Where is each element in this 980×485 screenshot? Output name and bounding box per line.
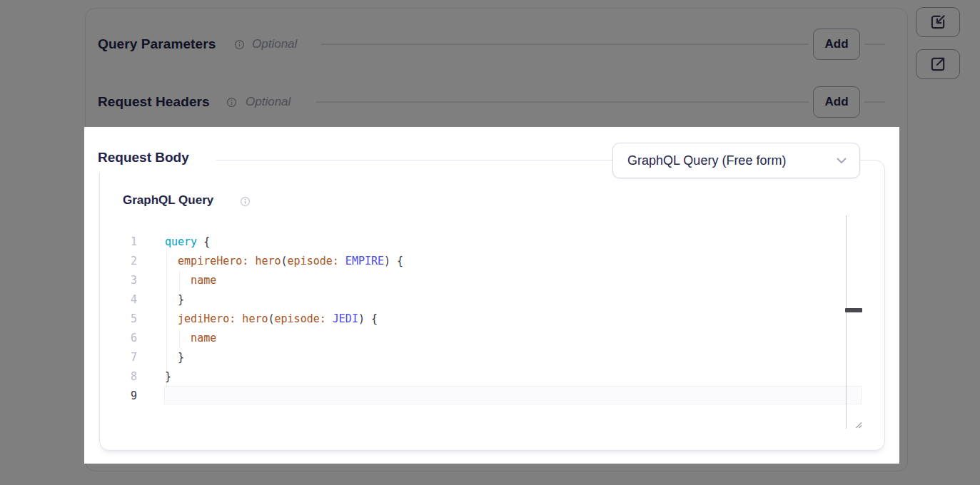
line-number: 5 [113, 310, 137, 329]
token-field: name [165, 332, 216, 344]
line-number: 8 [113, 367, 137, 387]
code-line: query { [165, 233, 403, 252]
token-field: empireHero: hero [165, 255, 281, 267]
line-number: 2 [113, 252, 137, 271]
request-body-title: Request Body [98, 150, 189, 165]
token-punct: } [165, 351, 184, 364]
line-number: 3 [113, 271, 137, 290]
line-number: 6 [113, 329, 137, 348]
code-line: empireHero: hero(episode: EMPIRE) { [165, 252, 403, 271]
graphql-query-label: GraphQL Query [123, 193, 213, 208]
token-keyword: query [165, 235, 197, 248]
line-number: 1 [113, 233, 137, 252]
token-punct: ) { [358, 312, 378, 325]
chevron-down-icon [837, 158, 847, 164]
dim-overlay-top [0, 0, 980, 127]
token-punct: ( [268, 312, 275, 325]
code-line: } [165, 290, 403, 310]
dim-overlay-right [899, 127, 980, 464]
token-field: name [165, 274, 216, 287]
editor-scrollbar-track [846, 215, 847, 429]
code-line [165, 387, 403, 406]
token-enum: EMPIRE [339, 255, 384, 267]
resize-grip-icon[interactable] [854, 420, 862, 429]
graphql-query-editor[interactable]: 123456789 query { empireHero: hero(episo… [113, 215, 862, 429]
editor-code-lines: query { empireHero: hero(episode: EMPIRE… [165, 233, 403, 406]
token-punct: } [165, 370, 171, 383]
code-line: name [165, 329, 403, 348]
body-type-selected-value: GraphQL Query (Free form) [627, 153, 786, 168]
token-punct: } [165, 293, 184, 306]
token-punct: ) { [384, 255, 403, 267]
token-field: jediHero: hero [165, 312, 268, 325]
code-line: jediHero: hero(episode: JEDI) { [165, 310, 403, 329]
info-circle-icon[interactable] [240, 196, 251, 207]
dim-overlay-left [0, 127, 84, 464]
code-line: name [165, 271, 403, 290]
token-enum: JEDI [326, 312, 358, 325]
token-field: episode: [288, 255, 339, 267]
line-number: 7 [113, 348, 137, 367]
token-punct: { [197, 235, 210, 248]
dim-overlay-bottom [0, 464, 980, 485]
token-punct: ( [281, 255, 288, 267]
line-number: 9 [113, 387, 137, 406]
line-number: 4 [113, 290, 137, 310]
token-field: episode: [275, 312, 326, 325]
body-type-dropdown[interactable]: GraphQL Query (Free form) [612, 143, 860, 178]
editor-scrollbar-thumb[interactable] [845, 308, 862, 312]
code-line: } [165, 348, 403, 367]
editor-gutter: 123456789 [113, 233, 137, 406]
code-line: } [165, 367, 403, 387]
